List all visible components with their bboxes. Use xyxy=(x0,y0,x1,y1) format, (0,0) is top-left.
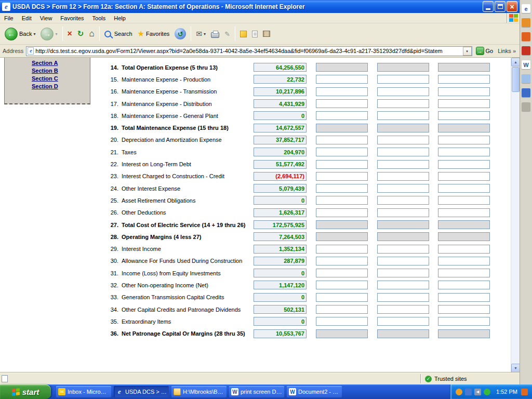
row-input-1[interactable] xyxy=(316,172,368,181)
taskbar-task[interactable]: USDA DCS > For... xyxy=(114,386,169,397)
taskbar-task[interactable]: Document2 - Micr... xyxy=(287,386,342,397)
row-input-2[interactable] xyxy=(377,257,429,265)
start-button[interactable]: start xyxy=(0,384,51,399)
row-input-2[interactable] xyxy=(377,317,429,326)
stop-button[interactable] xyxy=(65,28,74,40)
row-value-field[interactable] xyxy=(254,63,307,72)
row-input-2[interactable] xyxy=(377,148,429,156)
home-button[interactable] xyxy=(87,27,96,41)
document-button[interactable] xyxy=(250,29,260,39)
window-app-icon[interactable] xyxy=(522,74,530,83)
mail-button[interactable] xyxy=(194,28,208,39)
row-value-field[interactable] xyxy=(254,232,307,241)
taskbar-clock[interactable]: 1:52 PM xyxy=(496,389,517,395)
row-input-1[interactable] xyxy=(316,317,368,326)
row-value-field[interactable] xyxy=(254,281,307,289)
taskbar-task[interactable]: Inbox - Microsoft ... xyxy=(56,386,111,397)
row-input-1[interactable] xyxy=(316,208,368,217)
volume-icon[interactable]: ◄ xyxy=(474,389,481,395)
row-input-2[interactable] xyxy=(377,75,429,84)
row-input-2[interactable] xyxy=(377,184,429,193)
row-input-1[interactable] xyxy=(316,148,368,156)
close-button[interactable] xyxy=(507,1,517,12)
row-value-field[interactable] xyxy=(254,87,307,96)
row-input-3[interactable] xyxy=(438,281,490,289)
row-input-3[interactable] xyxy=(438,196,490,205)
scrollbar-thumb[interactable] xyxy=(512,67,520,92)
row-value-field[interactable] xyxy=(254,124,307,132)
row-value-field[interactable] xyxy=(254,317,307,326)
row-input-2[interactable] xyxy=(377,160,429,169)
address-input[interactable] xyxy=(35,47,462,55)
row-input-1[interactable] xyxy=(316,245,368,254)
research-button[interactable] xyxy=(261,29,272,38)
refresh-button[interactable] xyxy=(75,28,86,40)
row-input-1[interactable] xyxy=(316,75,368,84)
taskbar-task[interactable]: print screen DCS ... xyxy=(229,386,284,397)
row-value-field[interactable] xyxy=(254,160,307,169)
row-input-3[interactable] xyxy=(438,75,490,84)
orange-app-icon[interactable] xyxy=(522,18,530,27)
ie-shortcut-icon[interactable]: e xyxy=(522,4,530,13)
row-value-field[interactable] xyxy=(254,305,307,314)
scroll-up-button[interactable] xyxy=(511,58,520,66)
row-value-field[interactable] xyxy=(254,99,307,108)
menu-help[interactable]: Help xyxy=(110,13,130,23)
go-button[interactable]: Go xyxy=(475,46,495,56)
address-dropdown-button[interactable] xyxy=(463,47,472,56)
row-input-1[interactable] xyxy=(316,136,368,144)
scroll-down-button[interactable] xyxy=(511,364,520,373)
history-button[interactable] xyxy=(172,26,188,41)
row-input-2[interactable] xyxy=(377,196,429,205)
row-value-field[interactable] xyxy=(254,111,307,120)
orange-red-app-icon[interactable] xyxy=(522,32,530,41)
back-button[interactable]: Back xyxy=(3,26,37,42)
favorites-button[interactable]: Favorites xyxy=(136,28,172,40)
vertical-scrollbar[interactable] xyxy=(511,58,520,373)
row-input-3[interactable] xyxy=(438,293,490,302)
menu-favorites[interactable]: Favorites xyxy=(56,13,88,23)
print-button[interactable] xyxy=(209,29,221,39)
row-value-field[interactable] xyxy=(254,245,307,254)
row-input-3[interactable] xyxy=(438,136,490,144)
search-button[interactable]: Search xyxy=(102,29,135,39)
row-input-3[interactable] xyxy=(438,160,490,169)
menu-tools[interactable]: Tools xyxy=(88,13,110,23)
menu-edit[interactable]: Edit xyxy=(18,13,36,23)
row-input-1[interactable] xyxy=(316,293,368,302)
notes-button[interactable] xyxy=(238,29,249,39)
taskbar-task[interactable]: H:\Mbrooks\Burd... xyxy=(171,386,227,397)
row-input-2[interactable] xyxy=(377,245,429,254)
row-input-2[interactable] xyxy=(377,269,429,277)
row-input-3[interactable] xyxy=(438,172,490,181)
network-status-icon[interactable] xyxy=(484,389,490,395)
row-input-3[interactable] xyxy=(438,99,490,108)
word-shortcut-icon[interactable]: W xyxy=(522,60,530,69)
row-input-1[interactable] xyxy=(316,269,368,277)
row-value-field[interactable] xyxy=(254,184,307,193)
forward-button[interactable] xyxy=(38,26,59,42)
row-input-1[interactable] xyxy=(316,196,368,205)
messenger-alert-icon[interactable] xyxy=(456,389,462,395)
row-input-2[interactable] xyxy=(377,305,429,314)
row-value-field[interactable] xyxy=(254,329,307,338)
menu-file[interactable]: File xyxy=(0,13,18,23)
row-input-3[interactable] xyxy=(438,269,490,277)
row-value-field[interactable] xyxy=(254,220,307,229)
row-input-1[interactable] xyxy=(316,99,368,108)
row-input-3[interactable] xyxy=(438,208,490,217)
row-input-2[interactable] xyxy=(377,281,429,289)
links-button[interactable]: Links xyxy=(497,48,517,54)
row-value-field[interactable] xyxy=(254,172,307,181)
row-value-field[interactable] xyxy=(254,293,307,302)
restore-button[interactable] xyxy=(495,1,506,12)
edit-button[interactable] xyxy=(222,29,232,39)
row-input-1[interactable] xyxy=(316,160,368,169)
row-input-3[interactable] xyxy=(438,87,490,96)
row-input-2[interactable] xyxy=(377,99,429,108)
row-input-1[interactable] xyxy=(316,305,368,314)
menu-view[interactable]: View xyxy=(36,13,57,23)
blue-app-icon[interactable] xyxy=(522,88,530,97)
row-value-field[interactable] xyxy=(254,257,307,265)
row-input-3[interactable] xyxy=(438,148,490,156)
